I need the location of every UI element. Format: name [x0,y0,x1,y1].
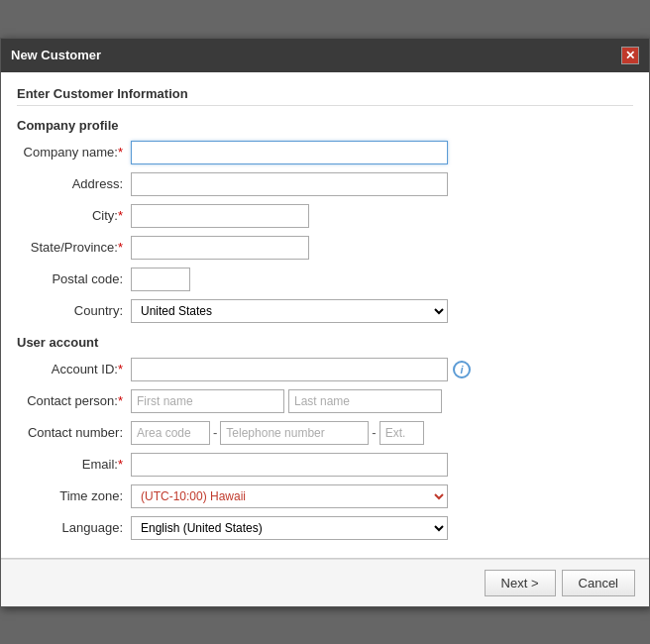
city-row: City:* [17,204,633,228]
dialog-titlebar: New Customer ✕ [1,39,649,72]
contact-person-label: Contact person:* [17,393,131,408]
city-label: City:* [17,208,131,223]
account-id-label: Account ID:* [17,362,131,376]
state-input[interactable] [131,236,309,260]
language-row: Language: English (United States) Englis… [17,516,633,540]
company-name-label: Company name:* [17,145,131,160]
email-input[interactable] [131,453,448,477]
contact-number-inputs: - - [131,421,424,445]
new-customer-dialog: New Customer ✕ Enter Customer Informatio… [0,38,650,607]
contact-person-inputs [131,389,442,413]
email-label: Email:* [17,457,131,472]
last-name-input[interactable] [288,389,442,413]
timezone-select[interactable]: (UTC-10:00) Hawaii (UTC-08:00) Pacific T… [131,484,448,508]
next-button[interactable]: Next > [485,570,556,596]
language-select[interactable]: English (United States) English (United … [131,516,448,540]
timezone-label: Time zone: [17,488,131,503]
ext-input[interactable] [379,421,424,445]
contact-person-row: Contact person:* [17,389,633,413]
state-label: State/Province:* [17,240,131,255]
address-label: Address: [17,176,131,191]
state-row: State/Province:* [17,236,633,260]
postal-row: Postal code: [17,268,633,291]
dialog-footer: Next > Cancel [1,559,649,606]
postal-label: Postal code: [17,271,131,286]
user-account-heading: User account [17,335,633,350]
main-heading: Enter Customer Information [17,86,633,106]
company-name-input[interactable] [131,141,448,164]
postal-input[interactable] [131,268,190,291]
email-row: Email:* [17,453,633,477]
dialog-body: Enter Customer Information Company profi… [1,72,649,559]
dash-1: - [213,425,217,440]
company-profile-heading: Company profile [17,118,633,133]
language-label: Language: [17,520,131,535]
country-label: Country: [17,303,131,318]
timezone-row: Time zone: (UTC-10:00) Hawaii (UTC-08:00… [17,484,633,508]
address-input[interactable] [131,172,448,196]
account-id-info-icon[interactable]: i [453,361,471,378]
account-id-wrap: i [131,358,471,381]
country-row: Country: United States Canada United Kin… [17,299,633,323]
close-button[interactable]: ✕ [621,47,639,64]
contact-number-label: Contact number: [17,425,131,440]
account-id-row: Account ID:* i [17,358,633,381]
country-select[interactable]: United States Canada United Kingdom Aust… [131,299,448,323]
account-id-input[interactable] [131,358,448,381]
cancel-button[interactable]: Cancel [562,570,635,596]
dash-2: - [372,425,376,440]
contact-number-row: Contact number: - - [17,421,633,445]
dialog-title: New Customer [11,48,101,62]
address-row: Address: [17,172,633,196]
company-name-row: Company name:* [17,141,633,164]
area-code-input[interactable] [131,421,210,445]
telephone-input[interactable] [220,421,369,445]
first-name-input[interactable] [131,389,284,413]
city-input[interactable] [131,204,309,228]
